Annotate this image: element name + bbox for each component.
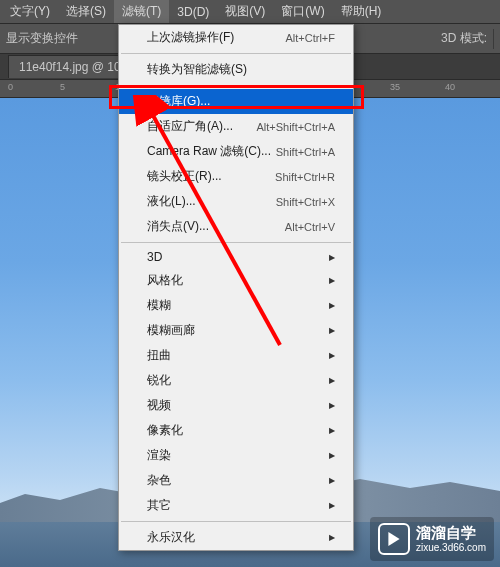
menu-item-lens-correction[interactable]: 镜头校正(R)... Shift+Ctrl+R [119,164,353,189]
menu-item-shortcut: Alt+Ctrl+F [285,32,335,44]
menu-item-camera-raw[interactable]: Camera Raw 滤镜(C)... Shift+Ctrl+A [119,139,353,164]
menu-item-adaptive-wide-angle[interactable]: 自适应广角(A)... Alt+Shift+Ctrl+A [119,114,353,139]
menu-separator [121,85,351,86]
menu-item-label: 滤镜库(G)... [147,93,335,110]
menu-item-stylize[interactable]: 风格化 [119,268,353,293]
menu-item-label: 锐化 [147,372,323,389]
menu-item-blur-gallery[interactable]: 模糊画廊 [119,318,353,343]
menu-window[interactable]: 窗口(W) [273,0,332,23]
watermark: 溜溜自学 zixue.3d66.com [370,517,494,561]
filter-menu-dropdown: 上次滤镜操作(F) Alt+Ctrl+F 转换为智能滤镜(S) 滤镜库(G)..… [118,24,354,551]
menu-item-video[interactable]: 视频 [119,393,353,418]
menu-bar: 文字(Y) 选择(S) 滤镜(T) 3D(D) 视图(V) 窗口(W) 帮助(H… [0,0,500,24]
ruler-tick: 0 [8,82,13,92]
menu-item-label: Camera Raw 滤镜(C)... [147,143,276,160]
menu-item-label: 模糊 [147,297,323,314]
menu-item-distort[interactable]: 扭曲 [119,343,353,368]
ruler-tick: 35 [390,82,400,92]
menu-separator [121,53,351,54]
menu-item-label: 风格化 [147,272,323,289]
watermark-title: 溜溜自学 [416,524,486,542]
menu-item-filter-gallery[interactable]: 滤镜库(G)... [119,89,353,114]
menu-separator [121,242,351,243]
menu-3d[interactable]: 3D(D) [169,2,217,22]
menu-item-label: 视频 [147,397,323,414]
menu-separator [121,521,351,522]
menu-item-shortcut: Alt+Shift+Ctrl+A [256,121,335,133]
menu-item-vanishing-point[interactable]: 消失点(V)... Alt+Ctrl+V [119,214,353,239]
menu-item-shortcut: Shift+Ctrl+R [275,171,335,183]
menu-text[interactable]: 文字(Y) [2,0,58,23]
menu-help[interactable]: 帮助(H) [333,0,390,23]
menu-item-label: 永乐汉化 [147,529,323,546]
menu-item-3d[interactable]: 3D [119,246,353,268]
menu-item-other[interactable]: 其它 [119,493,353,518]
menu-view[interactable]: 视图(V) [217,0,273,23]
menu-item-shortcut: Shift+Ctrl+A [276,146,335,158]
menu-item-shortcut: Shift+Ctrl+X [276,196,335,208]
menu-filter[interactable]: 滤镜(T) [114,0,169,23]
menu-item-label: 液化(L)... [147,193,276,210]
play-icon [378,523,410,555]
menu-item-label: 杂色 [147,472,323,489]
menu-item-label: 自适应广角(A)... [147,118,256,135]
watermark-url: zixue.3d66.com [416,542,486,554]
menu-item-label: 消失点(V)... [147,218,285,235]
menu-item-shortcut: Alt+Ctrl+V [285,221,335,233]
menu-item-render[interactable]: 渲染 [119,443,353,468]
menu-item-last-filter[interactable]: 上次滤镜操作(F) Alt+Ctrl+F [119,25,353,50]
menu-item-label: 上次滤镜操作(F) [147,29,285,46]
menu-item-label: 渲染 [147,447,323,464]
show-transform-controls-label: 显示变换控件 [6,30,78,47]
menu-item-pixelate[interactable]: 像素化 [119,418,353,443]
menu-item-label: 其它 [147,497,323,514]
mode-3d-label: 3D 模式: [441,30,487,47]
menu-item-label: 模糊画廊 [147,322,323,339]
menu-item-label: 像素化 [147,422,323,439]
menu-item-convert-smart-filter[interactable]: 转换为智能滤镜(S) [119,57,353,82]
svg-marker-0 [388,532,399,546]
menu-select[interactable]: 选择(S) [58,0,114,23]
menu-item-label: 转换为智能滤镜(S) [147,61,335,78]
menu-item-liquify[interactable]: 液化(L)... Shift+Ctrl+X [119,189,353,214]
menu-item-blur[interactable]: 模糊 [119,293,353,318]
menu-item-label: 3D [147,250,323,264]
menu-item-label: 扭曲 [147,347,323,364]
ruler-tick: 5 [60,82,65,92]
menu-item-label: 镜头校正(R)... [147,168,275,185]
menu-item-sharpen[interactable]: 锐化 [119,368,353,393]
ruler-tick: 40 [445,82,455,92]
menu-item-yongle[interactable]: 永乐汉化 [119,525,353,550]
menu-item-noise[interactable]: 杂色 [119,468,353,493]
